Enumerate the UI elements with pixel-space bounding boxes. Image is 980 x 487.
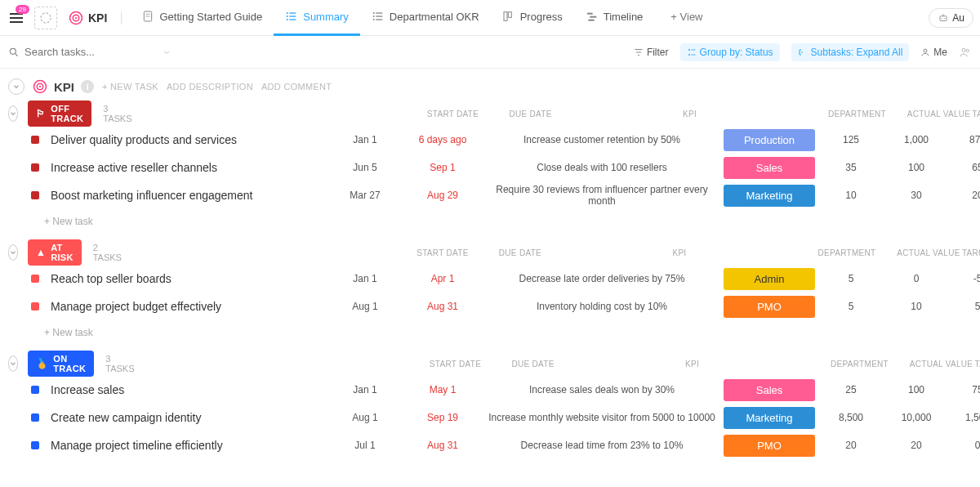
department-field[interactable]: Sales bbox=[720, 379, 818, 401]
add-description-button[interactable]: ADD DESCRIPTION bbox=[167, 82, 253, 92]
tab-getting-started-guide[interactable]: Getting Started Guide bbox=[130, 0, 274, 36]
start-date[interactable]: Jul 1 bbox=[328, 440, 402, 451]
group-by-button[interactable]: Group by: Status bbox=[680, 43, 780, 61]
task-row[interactable]: Manage project timeline efficientlyJul 1… bbox=[8, 431, 972, 459]
menu-button[interactable]: 29 bbox=[7, 8, 26, 28]
column-header[interactable]: START DATE bbox=[419, 360, 492, 369]
task-row[interactable]: Boost marketing influencer engagementMar… bbox=[8, 181, 972, 209]
target-value[interactable]: 30 bbox=[884, 190, 949, 201]
department-field[interactable]: Marketing bbox=[720, 407, 818, 429]
target-value[interactable]: 10 bbox=[884, 301, 949, 312]
target-value[interactable]: 10,000 bbox=[884, 412, 949, 423]
start-date[interactable]: Jan 1 bbox=[328, 384, 402, 395]
start-date[interactable]: Aug 1 bbox=[328, 301, 402, 312]
status-square-icon[interactable] bbox=[31, 302, 39, 311]
due-date[interactable]: May 1 bbox=[402, 384, 483, 395]
kpi-field[interactable]: Decrease late order deliveries by 75% bbox=[483, 273, 720, 284]
status-chip[interactable]: 🥇ON TRACK bbox=[28, 351, 94, 377]
due-date[interactable]: Aug 31 bbox=[402, 440, 483, 451]
difference[interactable]: 5 bbox=[949, 301, 980, 312]
department-field[interactable]: Marketing bbox=[720, 185, 818, 207]
collapse-all-button[interactable] bbox=[8, 78, 24, 95]
task-row[interactable]: Increase active reseller channelsJun 5Se… bbox=[8, 154, 972, 181]
tab-timeline[interactable]: Timeline bbox=[574, 0, 655, 36]
task-name[interactable]: Increase active reseller channels bbox=[51, 161, 328, 174]
status-chip[interactable]: ▲AT RISK bbox=[28, 239, 82, 266]
collapse-group-button[interactable] bbox=[8, 244, 18, 261]
assignees-icon[interactable] bbox=[959, 46, 972, 59]
status-square-icon[interactable] bbox=[31, 136, 39, 144]
difference[interactable]: 0 bbox=[949, 440, 980, 451]
kpi-field[interactable]: Increase monthly website visitor from 50… bbox=[483, 412, 720, 423]
due-date[interactable]: Sep 19 bbox=[402, 412, 483, 423]
actual-value[interactable]: 35 bbox=[818, 162, 884, 173]
column-header[interactable]: ACTUAL VALUE bbox=[896, 248, 961, 257]
add-comment-button[interactable]: ADD COMMENT bbox=[261, 82, 332, 92]
difference[interactable]: 65 bbox=[949, 162, 980, 173]
column-header[interactable]: START DATE bbox=[406, 248, 479, 257]
task-row[interactable]: Create new campaign identityAug 1Sep 19I… bbox=[8, 404, 972, 431]
task-name[interactable]: Create new campaign identity bbox=[51, 411, 328, 424]
actual-value[interactable]: 5 bbox=[818, 273, 884, 284]
status-square-icon[interactable] bbox=[31, 441, 39, 449]
new-task-row[interactable]: + New task bbox=[8, 209, 972, 232]
me-button[interactable]: Me bbox=[920, 47, 947, 58]
due-date[interactable]: Sep 1 bbox=[402, 162, 483, 173]
tab-summary[interactable]: Summary bbox=[274, 0, 360, 36]
list-title[interactable]: KPI i bbox=[33, 79, 94, 94]
task-name[interactable]: Increase sales bbox=[51, 383, 328, 396]
department-field[interactable]: Production bbox=[720, 129, 818, 151]
target-value[interactable]: 1,000 bbox=[884, 134, 949, 145]
column-header[interactable]: TARGET VALUE bbox=[972, 109, 980, 118]
actual-value[interactable]: 10 bbox=[818, 190, 884, 201]
start-date[interactable]: Jun 5 bbox=[328, 162, 402, 173]
task-name[interactable]: Manage project timeline efficiently bbox=[51, 439, 328, 452]
due-date[interactable]: Aug 31 bbox=[402, 301, 483, 312]
department-field[interactable]: PMO bbox=[720, 296, 818, 318]
new-task-button[interactable]: + NEW TASK bbox=[102, 82, 158, 92]
column-header[interactable]: START DATE bbox=[416, 109, 490, 118]
column-header[interactable]: DEPARTMENT bbox=[798, 248, 896, 257]
add-view-button[interactable]: + View bbox=[659, 11, 714, 25]
start-date[interactable]: Aug 1 bbox=[328, 412, 402, 423]
subtasks-button[interactable]: Subtasks: Expand All bbox=[791, 43, 910, 61]
actual-value[interactable]: 20 bbox=[818, 440, 884, 451]
department-field[interactable]: Sales bbox=[720, 157, 818, 179]
task-row[interactable]: Reach top seller boardsJan 1Apr 1Decreas… bbox=[8, 265, 972, 293]
column-header[interactable]: DUE DATE bbox=[479, 248, 561, 257]
target-value[interactable]: 100 bbox=[884, 384, 949, 395]
kpi-field[interactable]: Increase customer retention by 50% bbox=[483, 134, 720, 145]
new-task-row[interactable]: + New task bbox=[8, 320, 972, 343]
column-header[interactable]: DEPARTMENT bbox=[811, 360, 909, 369]
difference[interactable]: 1,500 bbox=[949, 412, 980, 423]
collapse-group-button[interactable] bbox=[8, 105, 18, 122]
kpi-field[interactable]: Require 30 reviews from influencer partn… bbox=[483, 184, 720, 207]
kpi-field[interactable]: Decrease lead time from 23% to 10% bbox=[483, 440, 720, 451]
column-header[interactable]: DUE DATE bbox=[492, 360, 574, 369]
difference[interactable]: 875 bbox=[949, 134, 980, 145]
difference[interactable]: 75 bbox=[949, 384, 980, 395]
automations-button[interactable]: Au bbox=[929, 8, 973, 28]
target-value[interactable]: 100 bbox=[884, 162, 949, 173]
due-date[interactable]: 6 days ago bbox=[402, 134, 483, 145]
department-field[interactable]: PMO bbox=[720, 435, 818, 457]
search-wrap[interactable] bbox=[8, 46, 172, 58]
column-header[interactable]: TARGET VALUE bbox=[974, 360, 980, 369]
tab-progress[interactable]: Progress bbox=[491, 0, 574, 36]
space-title[interactable]: KPI bbox=[69, 11, 107, 25]
status-square-icon[interactable] bbox=[31, 413, 39, 422]
column-header[interactable]: KPI bbox=[561, 248, 798, 257]
status-square-icon[interactable] bbox=[31, 386, 39, 394]
column-header[interactable]: ACTUAL VALUE bbox=[906, 109, 972, 118]
start-date[interactable]: Mar 27 bbox=[328, 190, 402, 201]
start-date[interactable]: Jan 1 bbox=[328, 134, 402, 145]
difference[interactable]: 20 bbox=[949, 190, 980, 201]
info-icon[interactable]: i bbox=[81, 80, 94, 93]
task-row[interactable]: Increase salesJan 1May 1Increase sales d… bbox=[8, 376, 972, 404]
chevron-down-icon[interactable] bbox=[162, 47, 172, 57]
actual-value[interactable]: 125 bbox=[818, 134, 884, 145]
column-header[interactable]: DUE DATE bbox=[490, 109, 572, 118]
due-date[interactable]: Apr 1 bbox=[402, 273, 483, 284]
filter-button[interactable]: Filter bbox=[634, 47, 669, 58]
column-header[interactable]: KPI bbox=[572, 109, 808, 118]
